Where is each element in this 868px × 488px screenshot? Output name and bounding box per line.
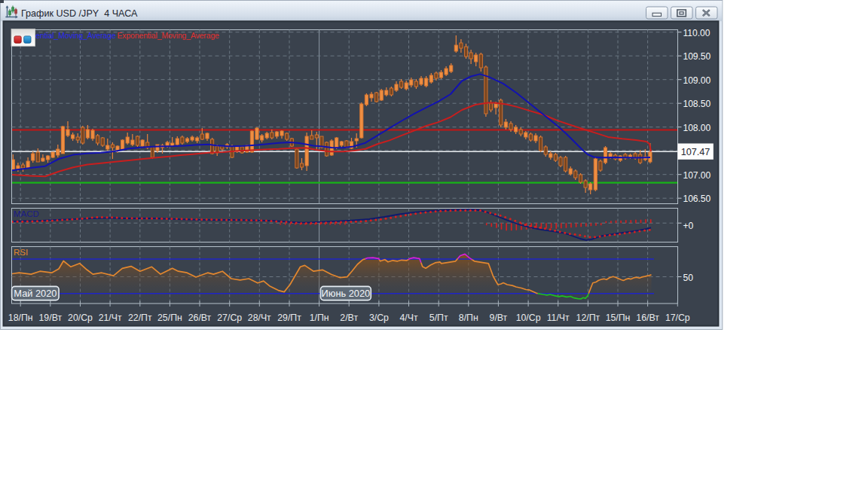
- svg-text:1/Пн: 1/Пн: [310, 313, 329, 323]
- svg-text:19/Вт: 19/Вт: [39, 313, 63, 323]
- svg-text:18/Пн: 18/Пн: [8, 313, 33, 323]
- svg-text:15/Пн: 15/Пн: [606, 313, 631, 323]
- svg-text:10/Ср: 10/Ср: [516, 313, 541, 323]
- svg-text:12/Пт: 12/Пт: [576, 313, 601, 323]
- svg-text:RSI: RSI: [14, 248, 28, 257]
- svg-text:11/Чт: 11/Чт: [547, 313, 570, 323]
- svg-text:3/Ср: 3/Ср: [369, 313, 389, 323]
- svg-text:107.00: 107.00: [683, 170, 711, 181]
- svg-text:ential_Moving_Average: ential_Moving_Average: [35, 32, 116, 40]
- svg-text:50: 50: [683, 273, 694, 283]
- svg-text:27/Ср: 27/Ср: [217, 313, 242, 323]
- svg-text:9/Вт: 9/Вт: [490, 313, 508, 323]
- svg-text:4/Чт: 4/Чт: [399, 313, 417, 323]
- svg-text:+0: +0: [683, 221, 694, 231]
- svg-text:110.00: 110.00: [683, 28, 711, 38]
- svg-text:5/Пт: 5/Пт: [429, 313, 448, 323]
- svg-text:2/Вт: 2/Вт: [340, 313, 358, 323]
- svg-text:17/Ср: 17/Ср: [665, 313, 690, 323]
- svg-text:Май 2020: Май 2020: [14, 288, 57, 299]
- svg-text:29/Пт: 29/Пт: [277, 313, 301, 323]
- svg-text:Exponential_Moving_Average: Exponential_Moving_Average: [118, 32, 220, 40]
- svg-text:22/Пт: 22/Пт: [128, 313, 152, 323]
- svg-text:109.50: 109.50: [683, 51, 711, 62]
- svg-text:107.47: 107.47: [681, 147, 711, 157]
- svg-text:108.50: 108.50: [683, 99, 711, 109]
- svg-text:28/Чт: 28/Чт: [248, 313, 271, 323]
- svg-text:106.50: 106.50: [683, 194, 711, 204]
- svg-text:109.00: 109.00: [683, 75, 711, 86]
- svg-text:MACD: MACD: [14, 209, 39, 218]
- svg-text:108.00: 108.00: [683, 123, 711, 133]
- svg-text:16/Вт: 16/Вт: [636, 313, 659, 323]
- svg-text:26/Вт: 26/Вт: [188, 313, 212, 323]
- svg-text:Июнь 2020: Июнь 2020: [322, 288, 371, 299]
- svg-text:21/Чт: 21/Чт: [99, 313, 122, 323]
- svg-text:25/Пн: 25/Пн: [157, 313, 182, 323]
- svg-text:График USD /JPY 4 ЧАСА: График USD /JPY 4 ЧАСА: [21, 8, 138, 19]
- svg-text:8/Пн: 8/Пн: [459, 313, 478, 323]
- svg-text:20/Ср: 20/Ср: [68, 313, 93, 323]
